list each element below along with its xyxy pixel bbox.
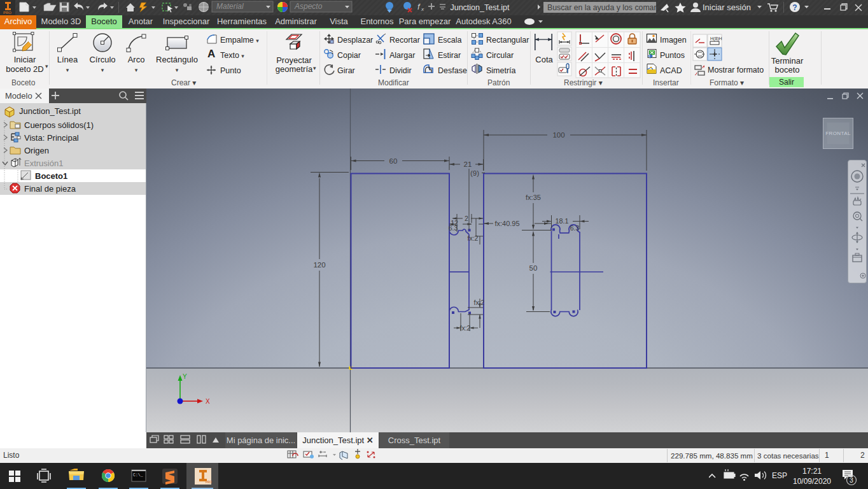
svg-text:50: 50	[529, 264, 538, 272]
svg-text:18.1: 18.1	[555, 217, 568, 225]
svg-text:ESP: ESP	[772, 471, 787, 480]
svg-text:Y: Y	[183, 373, 187, 380]
svg-text:Junction_Test.ipt: Junction_Test.ipt	[450, 3, 510, 12]
svg-text:C:\_: C:\_	[133, 473, 143, 478]
svg-text:fx:40.95: fx:40.95	[494, 220, 519, 227]
svg-text:Buscar en la ayuda y los coman: Buscar en la ayuda y los comand	[547, 3, 662, 12]
svg-text:120: 120	[313, 261, 325, 269]
svg-text:Aspecto: Aspecto	[294, 2, 323, 11]
svg-text:60: 60	[389, 157, 398, 165]
svg-text:10/09/2020: 10/09/2020	[793, 477, 831, 486]
svg-text:21: 21	[464, 160, 472, 168]
svg-text:Iniciar sesión: Iniciar sesión	[703, 3, 751, 12]
svg-text:6.3: 6.3	[570, 224, 580, 232]
svg-text:17:21: 17:21	[802, 467, 822, 476]
svg-text:Material: Material	[216, 2, 244, 11]
svg-text:fx:2: fx:2	[468, 234, 479, 242]
svg-text:3: 3	[850, 476, 853, 484]
svg-text:fx:2: fx:2	[474, 299, 485, 306]
svg-text:2: 2	[465, 215, 468, 222]
svg-text:6.3: 6.3	[449, 224, 458, 232]
svg-text:fx:2: fx:2	[460, 324, 471, 332]
svg-text:X: X	[206, 398, 210, 405]
svg-text:?: ?	[792, 3, 797, 12]
svg-text:f: f	[417, 2, 421, 11]
svg-text:(9): (9)	[470, 169, 479, 177]
svg-text:fx:35: fx:35	[526, 194, 541, 201]
svg-text:x: x	[421, 6, 424, 12]
svg-text:PRO: PRO	[206, 481, 212, 484]
svg-text:100: 100	[552, 131, 564, 139]
svg-text:PRO: PRO	[3, 11, 11, 15]
svg-text:H(8)H: H(8)H	[710, 36, 722, 41]
svg-text:A: A	[207, 48, 215, 60]
